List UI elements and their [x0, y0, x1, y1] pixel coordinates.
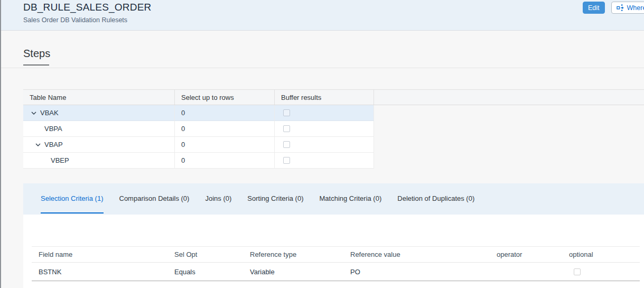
buffer-results-checkbox[interactable]	[283, 125, 290, 132]
criteria-table-header-row: Field name Sel Opt Reference type Refere…	[32, 247, 640, 263]
selection-criteria-table: Field name Sel Opt Reference type Refere…	[32, 246, 640, 281]
steps-table-body: VBAK 0 VBPA 0 VBAP 0 VBEP	[23, 105, 644, 169]
tab-content-panel: Field name Sel Opt Reference type Refere…	[23, 215, 644, 288]
criteria-tabbar: Selection Criteria (1) Comparison Detail…	[23, 183, 644, 215]
select-up-to-rows-value: 0	[175, 137, 275, 153]
optional-checkbox[interactable]	[574, 268, 581, 275]
steps-table-header-row: Table Name Select up to rows Buffer resu…	[23, 90, 644, 105]
column-header-table-name[interactable]: Table Name	[23, 90, 175, 105]
buffer-results-checkbox[interactable]	[283, 157, 290, 164]
sel-opt-value: Equals	[167, 263, 243, 281]
field-name-value: BSTNK	[32, 263, 167, 281]
chevron-down-icon[interactable]	[35, 142, 41, 148]
table-name-label: VBAP	[44, 141, 63, 148]
table-name-label: VBAK	[40, 109, 59, 117]
page-title: DB_RULE_SALES_ORDER	[23, 2, 151, 13]
where-used-icon	[617, 4, 624, 11]
steps-heading-underline	[23, 64, 49, 66]
tab-sorting-criteria[interactable]: Sorting Criteria (0)	[247, 194, 303, 215]
column-header-buffer-results[interactable]: Buffer results	[275, 90, 374, 105]
tab-deletion-of-duplicates[interactable]: Deletion of Duplicates (0)	[397, 194, 474, 215]
anchorbar-divider	[0, 68, 644, 68]
buffer-results-checkbox[interactable]	[283, 109, 290, 116]
tab-joins[interactable]: Joins (0)	[205, 194, 231, 215]
table-filler-area	[374, 105, 644, 169]
column-header-optional: optional	[562, 247, 640, 262]
buffer-results-checkbox[interactable]	[283, 141, 290, 148]
reference-type-value: Variable	[243, 263, 343, 281]
column-header-reference-value: Reference value	[343, 247, 490, 262]
where-used-button[interactable]: Where Used	[611, 2, 644, 14]
tab-comparison-details[interactable]: Comparison Details (0)	[119, 194, 190, 215]
criteria-table-row-bstnk[interactable]: BSTNK Equals Variable PO	[32, 263, 640, 281]
select-up-to-rows-value: 0	[175, 105, 275, 121]
steps-tree-table: Table Name Select up to rows Buffer resu…	[23, 89, 644, 168]
where-used-button-label: Where Used	[627, 4, 644, 12]
operator-value	[490, 263, 562, 281]
column-header-field-name: Field name	[32, 247, 167, 262]
reference-value-value: PO	[343, 263, 490, 281]
chevron-down-icon[interactable]	[31, 110, 37, 116]
select-up-to-rows-value: 0	[175, 121, 275, 137]
page-subtitle: Sales Order DB Validation Rulesets	[23, 16, 127, 24]
header-actions: Edit Where Used	[583, 2, 644, 14]
edit-button[interactable]: Edit	[583, 2, 605, 14]
table-name-label: VBEP	[51, 156, 69, 164]
window-left-edge	[0, 0, 1, 288]
column-header-sel-opt: Sel Opt	[167, 247, 243, 262]
tab-selection-criteria[interactable]: Selection Criteria (1)	[41, 194, 104, 215]
column-header-operator: operator	[490, 247, 562, 262]
table-name-label: VBPA	[44, 125, 62, 133]
select-up-to-rows-value: 0	[175, 153, 275, 169]
tab-matching-criteria[interactable]: Matching Criteria (0)	[320, 194, 382, 215]
column-header-select-up-to-rows[interactable]: Select up to rows	[175, 90, 275, 105]
header-filler	[374, 90, 644, 105]
edit-button-label: Edit	[588, 4, 600, 12]
column-header-reference-type: Reference type	[243, 247, 343, 262]
steps-section-heading: Steps	[23, 48, 50, 60]
object-page-header: DB_RULE_SALES_ORDER Sales Order DB Valid…	[0, 0, 644, 31]
